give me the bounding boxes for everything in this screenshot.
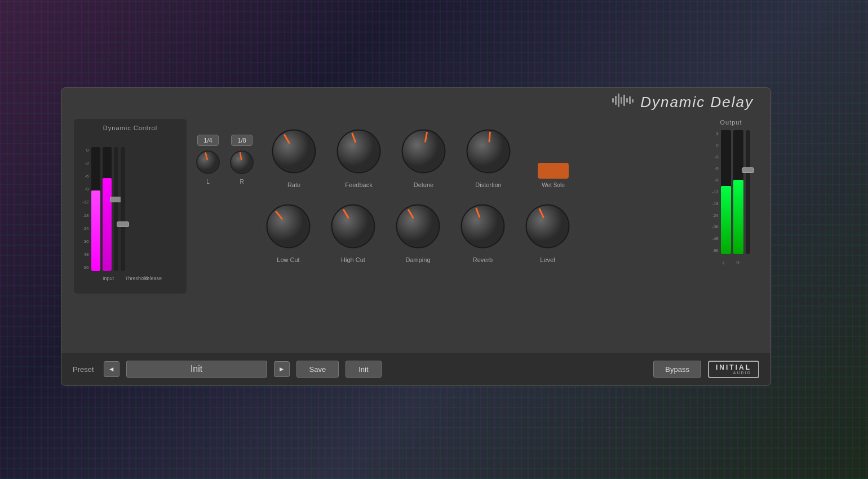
svg-point-27 bbox=[267, 205, 310, 248]
output-fill-l bbox=[721, 186, 731, 254]
svg-point-21 bbox=[402, 130, 445, 173]
release-slider-container[interactable] bbox=[121, 147, 125, 271]
distortion-knob[interactable] bbox=[462, 125, 515, 178]
preset-name-input[interactable] bbox=[126, 361, 267, 378]
controls-row1: 1/4 bbox=[194, 125, 638, 188]
output-meter-r-container bbox=[733, 130, 743, 254]
prev-preset-button[interactable]: ◄ bbox=[104, 361, 119, 377]
db-label-9: -9 bbox=[82, 187, 89, 192]
damping-knob-item: Damping bbox=[391, 199, 445, 263]
controls-inner: 1/4 bbox=[194, 119, 638, 263]
distortion-knob-item: Distortion bbox=[462, 125, 515, 188]
detune-knob[interactable] bbox=[397, 125, 450, 178]
level-knob-item: Level bbox=[521, 199, 574, 263]
plugin-window: Dynamic Delay Dynamic Control 0 -3 -6 -9… bbox=[61, 87, 771, 386]
svg-point-15 bbox=[273, 130, 316, 173]
output-slider[interactable] bbox=[746, 130, 750, 254]
controls-area: 1/4 bbox=[194, 119, 638, 352]
feedback-label: Feedback bbox=[345, 181, 372, 188]
time-right-col: 1/8 bbox=[228, 135, 256, 185]
reverb-label: Reverb bbox=[473, 256, 493, 263]
meters-area: 0 -3 -6 -9 -12 -18 -24 -36 -48 -96 bbox=[79, 136, 181, 271]
low-cut-knob[interactable] bbox=[262, 199, 315, 253]
svg-rect-0 bbox=[612, 98, 614, 103]
time-left-button[interactable]: 1/4 bbox=[197, 135, 218, 146]
threshold-slider-container[interactable] bbox=[114, 147, 118, 271]
level-label: Level bbox=[540, 256, 555, 263]
svg-rect-1 bbox=[615, 96, 617, 105]
input-meter-bar-2 bbox=[103, 147, 112, 271]
dynamic-control-section: Dynamic Control 0 -3 -6 -9 -12 -18 -24 -… bbox=[74, 119, 187, 294]
preset-label: Preset bbox=[73, 365, 94, 374]
time-l-knob-svg[interactable] bbox=[194, 148, 222, 176]
db-label-48: -48 bbox=[82, 252, 89, 257]
output-title: Output bbox=[720, 119, 742, 126]
release-slider[interactable] bbox=[121, 147, 125, 271]
feedback-knob[interactable] bbox=[332, 125, 386, 178]
init-button[interactable]: Init bbox=[346, 361, 381, 378]
wet-solo-label: Wet Solo bbox=[542, 182, 564, 188]
output-lr-labels: L R bbox=[723, 261, 739, 265]
db-scale: 0 -3 -6 -9 -12 -18 -24 -36 -48 -96 bbox=[82, 147, 89, 271]
svg-rect-2 bbox=[618, 94, 619, 107]
detune-knob-item: Detune bbox=[397, 125, 450, 188]
threshold-slider[interactable] bbox=[114, 147, 118, 271]
controls-row2: Low Cut Hig bbox=[194, 199, 638, 263]
svg-point-39 bbox=[526, 205, 569, 248]
bypass-button[interactable]: Bypass bbox=[653, 361, 701, 378]
svg-rect-4 bbox=[623, 95, 625, 106]
feedback-knob-item: Feedback bbox=[332, 125, 386, 188]
plugin-title: Dynamic Delay bbox=[640, 94, 754, 111]
dynamic-control-title: Dynamic Control bbox=[79, 125, 181, 131]
release-label: Release bbox=[143, 276, 148, 281]
low-cut-label: Low Cut bbox=[277, 256, 299, 263]
brand-sub: AUDIO bbox=[716, 371, 751, 375]
svg-point-18 bbox=[338, 130, 380, 173]
output-meter-r bbox=[733, 130, 743, 254]
time-section: 1/4 bbox=[194, 135, 256, 188]
time-r-label: R bbox=[240, 179, 243, 185]
wet-solo-button[interactable] bbox=[538, 163, 569, 179]
db-label-96: -96 bbox=[82, 265, 89, 270]
svg-point-33 bbox=[397, 205, 440, 248]
time-left-col: 1/4 bbox=[194, 135, 222, 185]
output-meter-l-container bbox=[721, 130, 731, 254]
db-label-6: -6 bbox=[82, 174, 89, 179]
low-cut-knob-item: Low Cut bbox=[262, 199, 315, 263]
next-preset-button[interactable]: ► bbox=[274, 361, 290, 377]
time-right-button[interactable]: 1/8 bbox=[231, 135, 252, 146]
svg-rect-5 bbox=[626, 98, 628, 103]
db-label-18: -18 bbox=[82, 214, 89, 218]
output-slider-container[interactable] bbox=[746, 130, 750, 254]
rate-knob[interactable] bbox=[267, 125, 321, 178]
svg-rect-6 bbox=[629, 96, 631, 104]
save-button[interactable]: Save bbox=[296, 361, 339, 378]
waveform-icon bbox=[612, 92, 635, 112]
level-knob[interactable] bbox=[521, 199, 574, 253]
output-section: Output 3 0 -3 -6 -9 -12 -18 -24 -36 -48 … bbox=[703, 119, 759, 294]
detune-label: Detune bbox=[414, 181, 433, 188]
output-slider-thumb[interactable] bbox=[742, 167, 754, 173]
db-label-36: -36 bbox=[82, 239, 89, 244]
output-fill-r bbox=[733, 180, 743, 254]
bottom-bar: Preset ◄ ► Save Init Bypass INITIAL AUDI… bbox=[61, 353, 770, 385]
high-cut-knob[interactable] bbox=[326, 199, 380, 253]
db-label-3: -3 bbox=[82, 161, 89, 166]
svg-line-25 bbox=[489, 132, 490, 141]
svg-point-36 bbox=[462, 205, 504, 248]
time-r-knob-svg[interactable] bbox=[228, 148, 256, 176]
reverb-knob-item: Reverb bbox=[456, 199, 510, 263]
wet-solo-section: Wet Solo bbox=[538, 163, 569, 188]
db-label-24: -24 bbox=[82, 227, 89, 231]
rate-label: Rate bbox=[287, 181, 300, 188]
input-meter-fill-2 bbox=[103, 178, 112, 271]
svg-point-11 bbox=[231, 151, 253, 174]
svg-point-8 bbox=[197, 151, 219, 174]
damping-label: Damping bbox=[405, 256, 430, 263]
reverb-knob[interactable] bbox=[456, 199, 510, 253]
damping-knob[interactable] bbox=[391, 199, 445, 253]
release-slider-thumb[interactable] bbox=[117, 221, 129, 227]
db-label-12: -12 bbox=[82, 200, 89, 205]
output-r-label: R bbox=[736, 261, 739, 265]
input-meter-2 bbox=[103, 147, 112, 271]
